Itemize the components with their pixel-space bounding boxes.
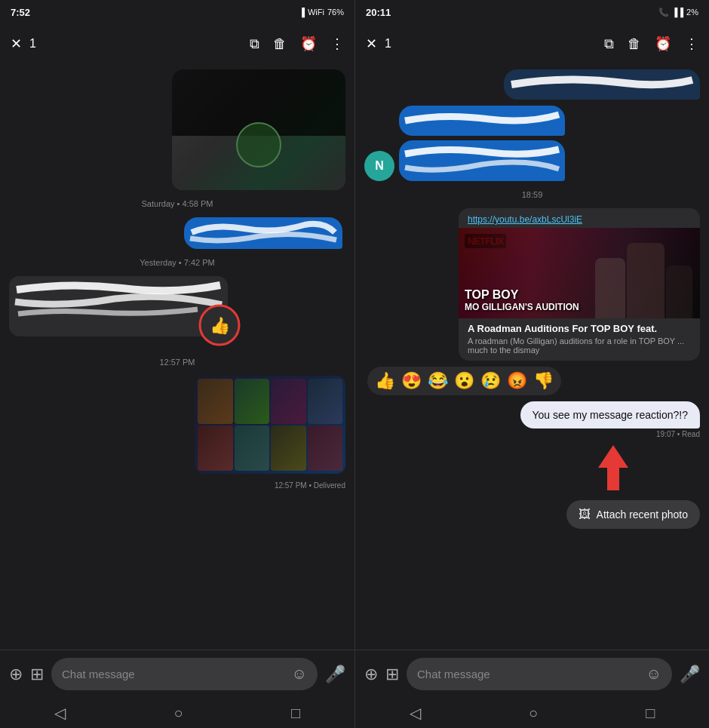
right-sent-message-2[interactable] xyxy=(399,106,565,136)
right-mic-icon[interactable]: 🎤 xyxy=(680,665,700,684)
right-nav-bar: ◁ ○ □ xyxy=(355,698,709,728)
right-redact-2 xyxy=(399,106,565,136)
timer-icon[interactable]: ⏰ xyxy=(300,35,317,52)
emoji-sad[interactable]: 😢 xyxy=(480,371,501,391)
close-icon[interactable]: ✕ xyxy=(11,35,22,52)
card-8 xyxy=(308,425,343,471)
left-chat-input[interactable]: Chat message ☺ xyxy=(51,658,318,690)
reaction-container: 👍 xyxy=(198,303,241,350)
sent-message-1-wrapper xyxy=(9,217,345,249)
game-cards-message[interactable] xyxy=(195,376,345,474)
card-2 xyxy=(235,379,270,424)
received-message-redacted[interactable]: 👍 xyxy=(9,276,228,336)
right-back-nav[interactable]: ◁ xyxy=(410,704,421,722)
back-nav-icon[interactable]: ◁ xyxy=(54,704,66,722)
link-url[interactable]: https://youtu.be/axbLscUl3iE xyxy=(459,208,700,228)
card-4 xyxy=(308,379,343,424)
right-recents-nav[interactable]: □ xyxy=(646,705,655,722)
link-meta: A Roadman Auditions For TOP BOY feat. A … xyxy=(459,318,700,361)
add-icon[interactable]: ⊕ xyxy=(9,665,23,684)
image-message[interactable] xyxy=(172,69,345,190)
right-close-icon[interactable]: ✕ xyxy=(366,35,377,52)
delivered-timestamp: 12:57 PM • Delivered xyxy=(9,481,345,490)
avatar: N xyxy=(364,151,394,181)
left-status-icons: ▐ WiFi 76% xyxy=(299,8,344,17)
emoji-laughing[interactable]: 😂 xyxy=(428,371,448,391)
attach-icon[interactable]: ⊞ xyxy=(30,665,44,684)
saturday-timestamp: Saturday • 4:58 PM xyxy=(9,196,345,211)
emoji-heart-eyes[interactable]: 😍 xyxy=(401,371,422,391)
right-timer-icon[interactable]: ⏰ xyxy=(655,35,671,52)
message-image xyxy=(172,69,345,190)
link-image: NETFLIX TOP BOY MO GILLIGAN'S AUDITION xyxy=(459,228,700,318)
card-5 xyxy=(198,425,233,471)
emoji-icon[interactable]: ☺ xyxy=(292,665,307,683)
image-icon: 🖼 xyxy=(579,508,591,521)
mic-icon[interactable]: 🎤 xyxy=(325,665,345,684)
right-add-icon[interactable]: ⊕ xyxy=(364,665,378,684)
red-arrow-svg xyxy=(587,441,640,494)
emoji-angry[interactable]: 😡 xyxy=(507,371,527,391)
wifi-icon: WiFi xyxy=(308,8,324,17)
attach-photo-button[interactable]: 🖼 Attach recent photo xyxy=(566,500,700,529)
sent-message-1[interactable] xyxy=(184,217,342,249)
selection-count: 1 xyxy=(29,37,36,51)
right-copy-icon[interactable]: ⧉ xyxy=(604,36,614,52)
copy-icon[interactable]: ⧉ xyxy=(250,36,259,52)
card-3 xyxy=(271,379,306,424)
recents-nav-icon[interactable]: □ xyxy=(291,705,300,722)
delete-icon[interactable]: 🗑 xyxy=(273,36,287,52)
right-sent-message-3[interactable] xyxy=(399,140,565,181)
card-1 xyxy=(198,379,233,424)
emoji-thumbsdown[interactable]: 👎 xyxy=(533,371,554,391)
received-message-wrapper: 👍 xyxy=(9,276,345,336)
right-toolbar: ✕ 1 ⧉ 🗑 ⏰ ⋮ xyxy=(355,24,709,63)
more-icon[interactable]: ⋮ xyxy=(330,35,344,52)
yesterday-timestamp: Yesterday • 7:42 PM xyxy=(9,255,345,270)
right-home-nav[interactable]: ○ xyxy=(529,705,538,722)
right-received-wrapper: N xyxy=(364,106,700,181)
svg-marker-4 xyxy=(598,445,628,490)
link-preview-card[interactable]: https://youtu.be/axbLscUl3iE NETFLIX TOP… xyxy=(459,208,700,361)
left-toolbar: ✕ 1 ⧉ 🗑 ⏰ ⋮ xyxy=(0,24,354,63)
right-chat-input[interactable]: Chat message ☺ xyxy=(407,658,672,690)
reaction-message-text: You see my message reaction?!? xyxy=(533,409,689,421)
right-more-icon[interactable]: ⋮ xyxy=(685,35,698,52)
person-silhouettes xyxy=(595,243,692,318)
reaction-message-wrapper: You see my message reaction?!? 19:07 • R… xyxy=(364,401,700,438)
link-title-overlay: TOP BOY MO GILLIGAN'S AUDITION xyxy=(465,288,579,312)
left-panel: 7:52 ▐ WiFi 76% ✕ 1 ⧉ 🗑 ⏰ ⋮ Saturday • 4… xyxy=(0,0,354,728)
right-redact-1 xyxy=(504,69,700,100)
right-emoji-icon[interactable]: ☺ xyxy=(646,665,661,683)
right-panel: 20:11 📞 ▐▐ 2% ✕ 1 ⧉ 🗑 ⏰ ⋮ xyxy=(354,0,709,728)
avatar-initials: N xyxy=(375,159,384,173)
noon-timestamp: 12:57 PM xyxy=(9,355,345,370)
redact-scribble-received xyxy=(9,276,228,321)
svg-text:👍: 👍 xyxy=(210,315,231,336)
chat-placeholder: Chat message xyxy=(62,668,135,680)
emoji-thumbsup[interactable]: 👍 xyxy=(375,371,395,391)
message-timestamp: 19:07 • Read xyxy=(656,430,700,438)
right-time: 20:11 xyxy=(366,7,391,18)
reaction-message-bubble[interactable]: You see my message reaction?!? xyxy=(520,401,701,429)
right-selection-count: 1 xyxy=(385,37,391,51)
signal-icon: ▐ xyxy=(299,8,305,17)
arrow-annotation xyxy=(364,441,700,494)
right-delete-icon[interactable]: 🗑 xyxy=(628,36,641,52)
redact-scribble-1 xyxy=(184,217,342,249)
left-time: 7:52 xyxy=(11,7,30,18)
link-description: A roadman (Mo Gilligan) auditions for a … xyxy=(468,336,691,355)
home-nav-icon[interactable]: ○ xyxy=(173,705,183,722)
right-chat-placeholder: Chat message xyxy=(417,668,490,680)
emoji-reaction-bar[interactable]: 👍 😍 😂 😮 😢 😡 👎 xyxy=(367,367,561,395)
card-7 xyxy=(271,425,306,471)
signal-icon: ▐▐ xyxy=(672,8,684,17)
right-sent-1-wrapper xyxy=(364,69,700,100)
right-attach-icon[interactable]: ⊞ xyxy=(385,665,399,684)
emoji-surprised[interactable]: 😮 xyxy=(454,371,474,391)
card-6 xyxy=(235,425,270,471)
right-sent-message-1[interactable] xyxy=(504,69,700,100)
left-nav-bar: ◁ ○ □ xyxy=(0,698,354,728)
timestamp-18-59: 18:59 xyxy=(364,187,700,202)
right-redact-3 xyxy=(399,140,565,181)
